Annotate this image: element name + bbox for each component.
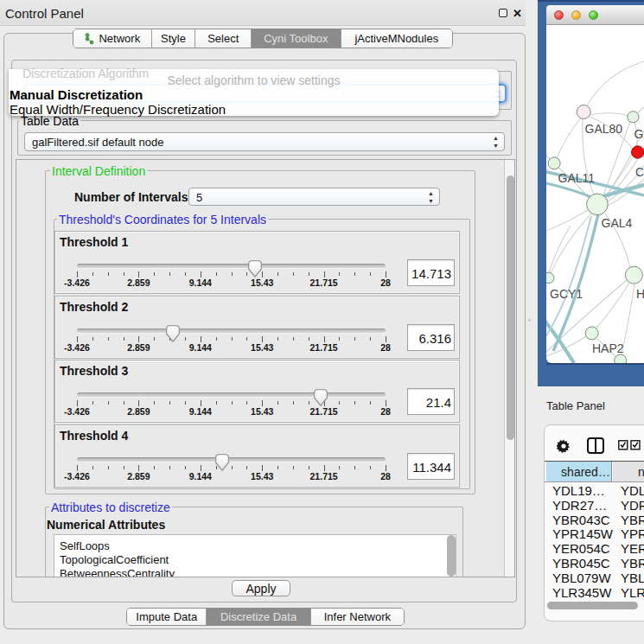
svg-text:GAL7: GAL7 — [634, 127, 644, 141]
svg-text:HAP2: HAP2 — [592, 341, 624, 355]
svg-text:GAL80: GAL80 — [585, 122, 623, 136]
svg-text:GAL4: GAL4 — [602, 216, 633, 230]
svg-text:HIS: HIS — [636, 287, 644, 301]
svg-text:CYC: CYC — [635, 165, 644, 179]
svg-text:GAL11: GAL11 — [558, 171, 596, 185]
svg-text:GCY1: GCY1 — [550, 287, 583, 301]
